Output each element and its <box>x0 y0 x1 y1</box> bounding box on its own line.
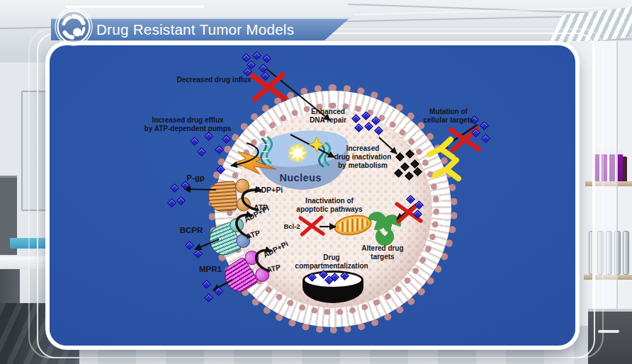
drug-molecule-icon <box>185 241 194 250</box>
label-mutation-targets: Mutation of cellular targets <box>423 108 473 125</box>
drug-molecule-icon <box>190 137 199 146</box>
pgp-pump-icon <box>207 178 249 214</box>
drug-molecule-icon <box>170 183 179 193</box>
label-increased-efflux: Increased drug efflux by ATP-dependent p… <box>145 116 232 133</box>
drug-molecule-icon <box>193 249 203 258</box>
diagram-panel: Decreased drug influx Increased drug eff… <box>50 45 575 346</box>
label-mpr1: MPR1 <box>199 265 222 275</box>
drug-molecule-icon <box>252 51 261 60</box>
drug-molecule-icon <box>480 121 489 130</box>
label-nucleus: Nucleus <box>279 172 321 184</box>
label-apoptotic-pathways: Inactivation of apoptotic pathways <box>296 197 362 214</box>
label-bcpr: BCPR <box>180 226 203 236</box>
drug-molecule-icon <box>262 54 271 63</box>
label-compartmentalization: Drug compartmentalization <box>295 254 368 271</box>
label-pgp: P-gp <box>186 174 205 183</box>
drug-molecule-icon <box>176 196 186 205</box>
page-title: Drug Resistant Tumor Models <box>96 21 294 38</box>
drug-molecule-icon <box>197 147 206 157</box>
title-banner: Drug Resistant Tumor Models <box>51 18 350 40</box>
slide: Drug Resistant Tumor Models <box>0 0 632 364</box>
label-pgp-adp: ADP+Pi <box>256 186 283 194</box>
pump-knob <box>236 197 251 212</box>
target-crescent-icon <box>376 227 394 246</box>
drug-molecule-icon <box>471 128 480 137</box>
test-tube <box>617 149 623 183</box>
brand-logo-icon <box>54 7 94 47</box>
drug-molecule-icon <box>167 198 176 207</box>
label-decreased-influx: Decreased drug influx <box>176 76 251 84</box>
drug-molecule-icon <box>261 72 270 81</box>
pump-barrel <box>208 181 238 212</box>
drug-molecule-icon <box>259 64 268 73</box>
drug-molecule-icon <box>481 134 490 143</box>
test-tube <box>623 231 629 275</box>
pump-knob <box>235 178 249 193</box>
label-bcl2: Bcl-2 <box>283 222 300 230</box>
label-enhanced-dna-repair: Enhanced DNA repair <box>310 108 346 125</box>
label-drug-inactivation: Increased drug inactivation by metabolis… <box>334 144 392 169</box>
